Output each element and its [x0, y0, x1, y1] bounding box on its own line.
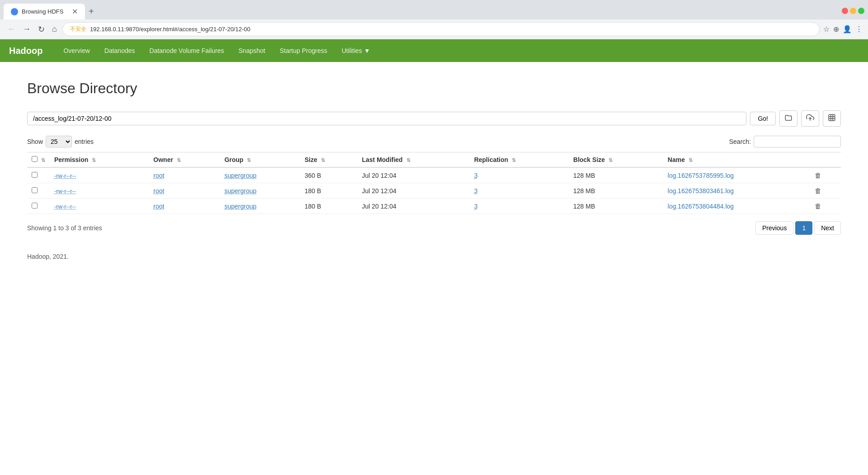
row-block-size: 128 MB: [569, 183, 663, 199]
active-tab: Browsing HDFS ✕: [4, 4, 85, 19]
th-actions: [810, 152, 841, 168]
table-row: -rw-r--r-- root supergroup 180 B Jul 20 …: [27, 199, 841, 214]
nav-datanodes[interactable]: Datanodes: [97, 40, 142, 61]
home-button[interactable]: ⌂: [50, 23, 59, 36]
group-link[interactable]: supergroup: [224, 172, 256, 179]
row-permission: -rw-r--r--: [50, 199, 149, 214]
svg-rect-1: [829, 114, 835, 121]
select-all-checkbox[interactable]: [32, 156, 38, 162]
size-sort-icon: ⇅: [321, 157, 325, 163]
th-permission[interactable]: Permission ⇅: [50, 152, 149, 168]
page-title: Browse Directory: [27, 80, 841, 97]
new-tab-button[interactable]: +: [85, 5, 98, 19]
block-size-sort-icon: ⇅: [609, 157, 613, 163]
tab-favicon: [11, 8, 18, 15]
group-link[interactable]: supergroup: [224, 203, 256, 210]
go-button[interactable]: Go!: [750, 112, 776, 125]
showing-text: Showing 1 to 3 of 3 entries: [27, 224, 102, 232]
path-input[interactable]: [27, 112, 746, 125]
row-size: 180 B: [300, 183, 358, 199]
th-block-size[interactable]: Block Size ⇅: [569, 152, 663, 168]
dropdown-arrow-icon: ▼: [364, 47, 370, 54]
window-maximize[interactable]: [858, 8, 864, 14]
back-button[interactable]: ←: [5, 23, 17, 36]
row-group: supergroup: [220, 167, 300, 183]
delete-button[interactable]: 🗑: [815, 187, 821, 195]
permission-value[interactable]: -rw-r--r--: [54, 172, 76, 179]
row-permission: -rw-r--r--: [50, 167, 149, 183]
owner-link[interactable]: root: [153, 172, 164, 179]
tab-title: Browsing HDFS: [22, 8, 63, 15]
th-name[interactable]: Name ⇅: [663, 152, 810, 168]
owner-link[interactable]: root: [153, 203, 164, 210]
previous-button[interactable]: Previous: [755, 221, 793, 235]
nav-datanode-volume-failures[interactable]: Datanode Volume Failures: [142, 40, 231, 61]
file-link[interactable]: log.1626753804484.log: [668, 203, 734, 210]
table-row: -rw-r--r-- root supergroup 180 B Jul 20 …: [27, 183, 841, 199]
row-checkbox-2[interactable]: [32, 203, 38, 209]
table-icon: [828, 115, 836, 123]
row-block-size: 128 MB: [569, 199, 663, 214]
file-link[interactable]: log.1626753803461.log: [668, 187, 734, 195]
row-replication: 3: [470, 167, 569, 183]
menu-button[interactable]: ⋮: [855, 25, 863, 33]
th-last-modified[interactable]: Last Modified ⇅: [357, 152, 469, 168]
reload-button[interactable]: ↻: [36, 23, 47, 36]
row-replication: 3: [470, 199, 569, 214]
browser-actions: ☆ ⊕ 👤 ⋮: [823, 25, 863, 33]
row-owner: root: [149, 183, 220, 199]
delete-button[interactable]: 🗑: [815, 202, 821, 210]
row-checkbox-1[interactable]: [32, 187, 38, 193]
th-group[interactable]: Group ⇅: [220, 152, 300, 168]
permission-value[interactable]: -rw-r--r--: [54, 203, 76, 210]
delete-button[interactable]: 🗑: [815, 171, 821, 179]
bookmark-button[interactable]: ☆: [823, 25, 830, 33]
footer-text: Hadoop, 2021.: [27, 253, 69, 260]
row-replication: 3: [470, 183, 569, 199]
nav-snapshot[interactable]: Snapshot: [231, 40, 273, 61]
entries-select[interactable]: 10 25 50 100: [46, 136, 72, 147]
page-1-button[interactable]: 1: [795, 221, 812, 235]
replication-link[interactable]: 3: [474, 172, 478, 179]
nav-utilities[interactable]: Utilities ▼: [335, 40, 377, 61]
tab-close-button[interactable]: ✕: [72, 7, 78, 16]
th-size[interactable]: Size ⇅: [300, 152, 358, 168]
table-header-row: ⇅ Permission ⇅ Owner ⇅ Group ⇅ Size ⇅: [27, 152, 841, 168]
next-button[interactable]: Next: [814, 221, 841, 235]
window-controls: [842, 8, 864, 16]
replication-link[interactable]: 3: [474, 203, 478, 210]
window-close[interactable]: [842, 8, 848, 14]
nav-startup-progress[interactable]: Startup Progress: [273, 40, 335, 61]
row-permission: -rw-r--r--: [50, 183, 149, 199]
extension-button[interactable]: ⊕: [833, 25, 839, 33]
main-content: Browse Directory Go! Show 10 25 5: [0, 62, 868, 278]
search-box: Search:: [729, 136, 841, 147]
row-size: 180 B: [300, 199, 358, 214]
navbar-brand: Hadoop: [9, 46, 42, 56]
row-block-size: 128 MB: [569, 167, 663, 183]
profile-button[interactable]: 👤: [843, 25, 852, 33]
permission-value[interactable]: -rw-r--r--: [54, 188, 76, 195]
table-controls: Show 10 25 50 100 entries Search:: [27, 136, 841, 147]
th-replication[interactable]: Replication ⇅: [470, 152, 569, 168]
address-input[interactable]: 不安全 192.168.0.11:9870/explorer.html#/acc…: [62, 22, 820, 36]
row-delete-cell: 🗑: [810, 199, 841, 214]
row-group: supergroup: [220, 183, 300, 199]
nav-overview[interactable]: Overview: [56, 40, 97, 61]
search-input[interactable]: [754, 136, 841, 147]
replication-link[interactable]: 3: [474, 187, 478, 195]
navbar: Hadoop Overview Datanodes Datanode Volum…: [0, 39, 868, 62]
row-checkbox-cell: [27, 199, 50, 214]
row-checkbox-0[interactable]: [32, 172, 38, 178]
group-link[interactable]: supergroup: [224, 187, 256, 195]
window-minimize[interactable]: [850, 8, 856, 14]
owner-link[interactable]: root: [153, 187, 164, 195]
security-warning-icon: 不安全: [70, 25, 86, 33]
table-view-button[interactable]: [823, 110, 841, 127]
forward-button[interactable]: →: [21, 23, 33, 36]
th-owner[interactable]: Owner ⇅: [149, 152, 220, 168]
row-group: supergroup: [220, 199, 300, 214]
upload-icon-button[interactable]: [801, 110, 819, 127]
folder-icon-button[interactable]: [779, 110, 797, 127]
file-link[interactable]: log.1626753785995.log: [668, 172, 734, 179]
